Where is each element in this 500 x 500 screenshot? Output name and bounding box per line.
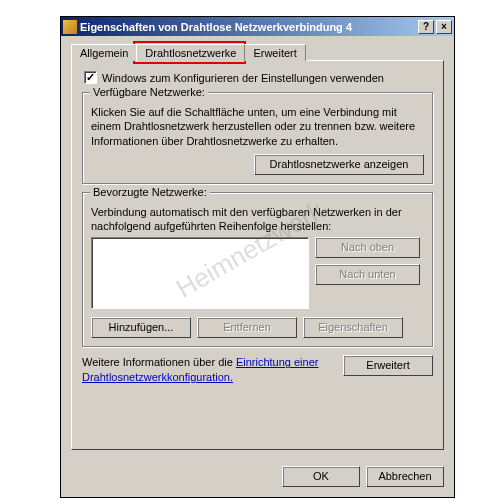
tab-general[interactable]: Allgemein	[71, 44, 137, 61]
available-networks-text: Klicken Sie auf die Schaltfläche unten, …	[91, 105, 424, 148]
info-text: Weitere Informationen über die	[82, 356, 236, 368]
info-row: Weitere Informationen über die Einrichtu…	[82, 355, 433, 384]
properties-button[interactable]: Eigenschaften	[303, 317, 403, 338]
app-icon	[63, 20, 77, 34]
close-button[interactable]: ×	[436, 20, 452, 34]
preferred-networks-text: Verbindung automatisch mit den verfügbar…	[91, 205, 424, 234]
tab-panel: ✓ Windows zum Konfigurieren der Einstell…	[71, 60, 444, 450]
available-networks-group: Verfügbare Netzwerke: Klicken Sie auf di…	[82, 92, 433, 184]
window-title: Eigenschaften von Drahtlose Netzwerkverb…	[80, 21, 416, 33]
dialog-buttons: OK Abbrechen	[61, 460, 454, 497]
show-networks-button[interactable]: Drahtlosnetzwerke anzeigen	[254, 154, 424, 175]
tab-strip: Allgemein Drahtlosnetzwerke Erweitert	[71, 44, 444, 61]
titlebar[interactable]: Eigenschaften von Drahtlose Netzwerkverb…	[61, 17, 454, 36]
preferred-networks-group: Bevorzugte Netzwerke: Verbindung automat…	[82, 192, 433, 348]
move-down-button[interactable]: Nach unten	[315, 264, 420, 285]
preferred-networks-label: Bevorzugte Netzwerke:	[90, 186, 210, 198]
tab-wireless[interactable]: Drahtlosnetzwerke	[136, 44, 245, 62]
help-button[interactable]: ?	[418, 20, 434, 34]
content-area: Allgemein Drahtlosnetzwerke Erweitert ✓ …	[61, 36, 454, 460]
move-up-button[interactable]: Nach oben	[315, 237, 420, 258]
remove-button[interactable]: Entfernen	[197, 317, 297, 338]
preferred-networks-list[interactable]	[91, 237, 309, 309]
tab-advanced[interactable]: Erweitert	[244, 44, 305, 61]
available-networks-label: Verfügbare Netzwerke:	[90, 86, 208, 98]
add-button[interactable]: Hinzufügen...	[91, 317, 191, 338]
ok-button[interactable]: OK	[282, 466, 360, 487]
use-windows-config-checkbox[interactable]: ✓	[84, 71, 97, 84]
use-windows-config-row: ✓ Windows zum Konfigurieren der Einstell…	[84, 71, 435, 84]
advanced-button[interactable]: Erweitert	[343, 355, 433, 376]
properties-window: Eigenschaften von Drahtlose Netzwerkverb…	[60, 16, 455, 498]
cancel-button[interactable]: Abbrechen	[366, 466, 444, 487]
use-windows-config-label: Windows zum Konfigurieren der Einstellun…	[102, 72, 384, 84]
